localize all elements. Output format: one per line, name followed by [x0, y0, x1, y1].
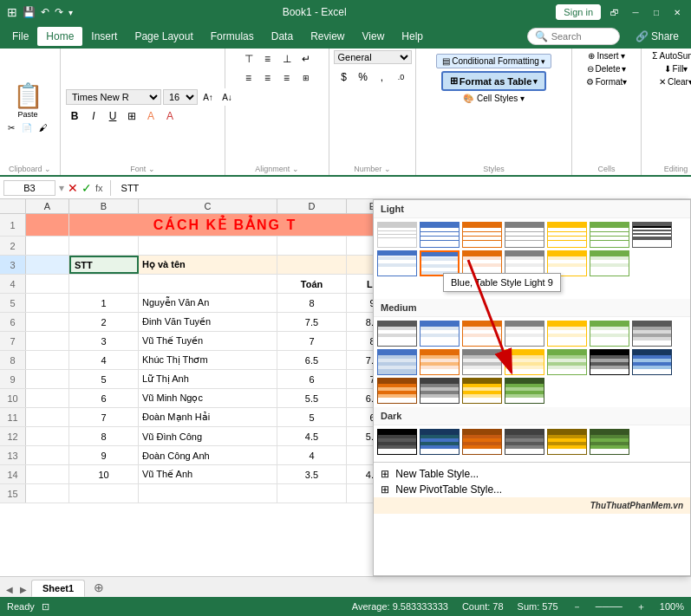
cell-c11[interactable]: Đoàn Mạnh Hải	[139, 408, 277, 426]
cell-a13[interactable]	[26, 446, 69, 464]
cell-c5[interactable]: Nguyễn Văn An	[139, 294, 277, 312]
table-style-light-3[interactable]	[462, 222, 502, 248]
undo-btn[interactable]: ↶	[41, 6, 49, 18]
font-color-btn[interactable]: A	[161, 107, 179, 125]
align-right-btn[interactable]: ≡	[278, 69, 296, 87]
cell-b11[interactable]: 7	[69, 408, 139, 426]
cell-a4[interactable]	[26, 275, 69, 293]
currency-btn[interactable]: $	[336, 68, 353, 86]
cut-button[interactable]: ✂	[5, 122, 17, 133]
cell-a8[interactable]	[26, 351, 69, 369]
new-table-style-item[interactable]: ⊞ New Table Style...	[374, 466, 690, 482]
sum-btn[interactable]: Σ AutoSum▾	[649, 50, 691, 62]
menu-home[interactable]: Home	[37, 27, 82, 46]
fill-color-btn[interactable]: A	[142, 107, 160, 125]
fat-dropdown-arrow[interactable]: ▾	[533, 77, 538, 86]
table-style-medium-2[interactable]	[420, 321, 460, 347]
cell-d12[interactable]: 4.5	[277, 427, 347, 445]
cell-b10[interactable]: 6	[69, 389, 139, 407]
next-sheet-btn[interactable]: ▶	[17, 582, 29, 597]
customize-btn[interactable]: ▾	[68, 8, 73, 17]
underline-button[interactable]: U	[104, 107, 121, 125]
merge-center-btn[interactable]: ⊞	[297, 69, 315, 87]
cell-b4[interactable]	[69, 275, 139, 293]
close-btn[interactable]: ✕	[670, 5, 684, 19]
table-style-medium-9[interactable]	[420, 349, 460, 375]
cell-c13[interactable]: Đoàn Công Anh	[139, 446, 277, 464]
cell-a9[interactable]	[26, 370, 69, 388]
cell-b1[interactable]: CÁCH KẺ BẢNG T	[69, 214, 381, 236]
align-mid-btn[interactable]: ≡	[259, 50, 277, 68]
cell-reference-box[interactable]: B3	[3, 180, 55, 196]
increase-font-btn[interactable]: A↑	[199, 88, 217, 106]
cell-a1[interactable]	[26, 214, 69, 236]
menu-pagelayout[interactable]: Page Layout	[126, 27, 201, 46]
col-d-header[interactable]: D	[277, 199, 347, 213]
clear-btn[interactable]: ✕ Clear▾	[656, 76, 691, 88]
table-style-medium-15[interactable]	[377, 378, 417, 404]
cell-c6[interactable]: Đinh Văn Tuyền	[139, 313, 277, 331]
table-style-medium-13[interactable]	[590, 349, 629, 375]
cell-c14[interactable]: Vũ Thế Anh	[139, 465, 277, 483]
table-style-light-8[interactable]	[377, 250, 417, 276]
zoom-out-btn[interactable]: －	[572, 600, 582, 613]
table-style-light-13[interactable]	[590, 250, 629, 276]
cell-d13[interactable]: 4	[277, 446, 347, 464]
align-left-btn[interactable]: ≡	[240, 69, 257, 87]
cell-a6[interactable]	[26, 313, 69, 331]
cell-c9[interactable]: Lữ Thị Anh	[139, 370, 277, 388]
cell-b7[interactable]: 3	[69, 332, 139, 350]
cell-a3[interactable]	[26, 256, 69, 274]
cell-d15[interactable]	[277, 484, 347, 503]
restore-btn[interactable]: 🗗	[608, 5, 622, 19]
italic-button[interactable]: I	[85, 107, 102, 125]
menu-data[interactable]: Data	[263, 27, 302, 46]
cell-a10[interactable]	[26, 389, 69, 407]
cell-styles-btn[interactable]: 🎨 Cell Styles ▾	[463, 94, 525, 103]
cell-b14[interactable]: 10	[69, 465, 139, 483]
table-style-medium-5[interactable]	[547, 321, 587, 347]
dec-inc-btn[interactable]: .0	[393, 68, 410, 86]
cell-c2[interactable]	[139, 237, 277, 255]
cell-d2[interactable]	[277, 237, 347, 255]
table-style-light-2[interactable]	[420, 222, 460, 248]
menu-review[interactable]: Review	[302, 27, 353, 46]
cell-b13[interactable]: 9	[69, 446, 139, 464]
border-btn[interactable]: ⊞	[123, 107, 140, 125]
cell-d5[interactable]: 8	[277, 294, 347, 312]
cell-a11[interactable]	[26, 408, 69, 426]
search-input[interactable]	[551, 31, 612, 42]
cell-d9[interactable]: 6	[277, 370, 347, 388]
number-format-select[interactable]: General	[334, 50, 412, 64]
col-b-header[interactable]: B	[69, 199, 139, 213]
comma-btn[interactable]: ,	[374, 68, 391, 86]
table-style-medium-14[interactable]	[632, 349, 672, 375]
menu-file[interactable]: File	[3, 27, 37, 46]
menu-formulas[interactable]: Formulas	[202, 27, 263, 46]
format-as-table-button[interactable]: ⊞ Format as Table ▾	[441, 71, 547, 91]
menu-share[interactable]: 🔗 Share	[627, 27, 688, 46]
table-style-medium-6[interactable]	[590, 321, 629, 347]
table-style-medium-1[interactable]	[377, 321, 417, 347]
cell-b15[interactable]	[69, 484, 139, 503]
table-style-dark-5[interactable]	[547, 429, 587, 455]
cell-a2[interactable]	[26, 237, 69, 255]
cell-d7[interactable]: 7	[277, 332, 347, 350]
cell-d4[interactable]: Toán	[277, 275, 347, 293]
cell-d8[interactable]: 6.5	[277, 351, 347, 369]
table-style-medium-12[interactable]	[547, 349, 587, 375]
menu-view[interactable]: View	[354, 27, 394, 46]
col-c-header[interactable]: C	[139, 199, 277, 213]
cell-a5[interactable]	[26, 294, 69, 312]
wrap-text-btn[interactable]: ↵	[297, 50, 315, 68]
cell-d3[interactable]	[277, 256, 347, 274]
cell-b5[interactable]: 1	[69, 294, 139, 312]
cell-c4[interactable]	[139, 275, 277, 293]
menu-help[interactable]: Help	[393, 27, 432, 46]
cell-c15[interactable]	[139, 484, 277, 503]
insert-function-btn[interactable]: fx	[95, 183, 103, 193]
redo-btn[interactable]: ↷	[55, 6, 63, 18]
table-style-medium-4[interactable]	[505, 321, 544, 347]
table-style-light-7[interactable]	[632, 222, 672, 248]
table-style-dark-6[interactable]	[590, 429, 629, 455]
